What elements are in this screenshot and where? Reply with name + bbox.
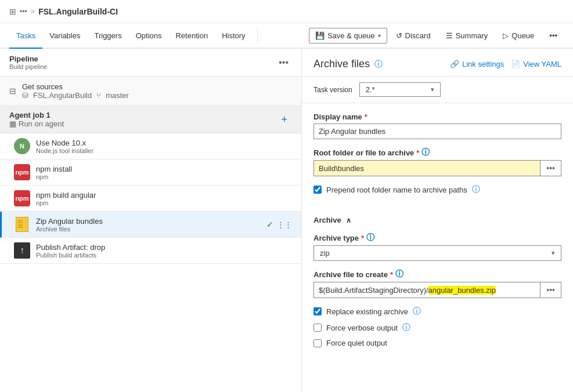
archive-section-header: Archive ∧ — [302, 210, 573, 228]
quiet-checkbox[interactable] — [313, 339, 322, 347]
save-icon: 💾 — [315, 31, 325, 40]
breadcrumb-separator: > — [31, 7, 35, 16]
tab-variables[interactable]: Variables — [42, 23, 87, 49]
archive-files-title: Archive files — [313, 58, 370, 70]
toolbar-divider — [257, 27, 258, 43]
archive-type-select[interactable]: zip ▾ — [313, 245, 561, 261]
tab-retention[interactable]: Retention — [168, 23, 215, 49]
archive-file-prefix: $(Build.ArtifactStagingDirectory)/ — [319, 286, 428, 295]
npm-build-icon: npm — [14, 190, 30, 206]
task-npm-install-content: npm install npm — [36, 165, 292, 180]
summary-icon: ☰ — [446, 31, 453, 40]
zip-stripe — [18, 220, 23, 228]
task-npm-build-subtitle: npm — [36, 199, 292, 206]
task-zip-content: Zip Angular bundles Archive files — [36, 217, 261, 233]
save-queue-label: Save & queue — [327, 31, 375, 40]
verbose-info-icon[interactable]: ⓘ — [402, 322, 410, 333]
task-version-row: Task version 2.* ▾ — [302, 77, 573, 103]
node-icon-text: N — [20, 143, 24, 150]
version-select-arrow: ▾ — [431, 86, 434, 93]
task-item-use-node[interactable]: N Use Node 10.x Node.js tool installer — [0, 133, 301, 159]
get-sources-meta: ⛁ FSL.AngularBuild ⑂ master — [22, 91, 129, 100]
root-folder-required: * — [416, 148, 419, 157]
discard-button[interactable]: ↺ Discard — [390, 28, 437, 43]
task-use-node-title: Use Node 10.x — [36, 139, 292, 147]
agent-job-title: Agent job 1 — [9, 111, 64, 119]
verbose-label: Force verbose output — [326, 324, 398, 332]
add-task-button[interactable]: + — [276, 112, 292, 127]
display-name-input[interactable] — [313, 124, 561, 139]
replace-archive-row: Replace existing archive ⓘ — [313, 306, 561, 317]
archive-file-display[interactable]: $(Build.ArtifactStagingDirectory)/angula… — [313, 282, 540, 298]
task-version-value: 2.* — [366, 85, 375, 94]
prepend-checkbox[interactable] — [313, 186, 322, 194]
upload-icon: ↑ — [14, 242, 30, 259]
right-header: Archive files ⓘ 🔗 Link settings 📄 View Y… — [302, 49, 573, 77]
task-item-npm-install[interactable]: npm npm install npm — [0, 159, 301, 186]
task-item-publish[interactable]: ↑ Publish Artifact: drop Publish build a… — [0, 238, 301, 264]
repo-name: FSL.AngularBuild — [33, 91, 92, 100]
verbose-checkbox[interactable] — [313, 324, 322, 332]
root-folder-group: Root folder or file to archive * ⓘ ••• — [313, 147, 561, 176]
get-sources-content: Get sources ⛁ FSL.AngularBuild ⑂ master — [22, 82, 129, 100]
task-publish-subtitle: Publish build artifacts — [36, 252, 292, 259]
task-npm-build-title: npm build angular — [36, 191, 292, 199]
upload-arrow-icon: ↑ — [20, 246, 24, 255]
task-use-node-content: Use Node 10.x Node.js tool installer — [36, 139, 292, 154]
tab-triggers[interactable]: Triggers — [87, 23, 128, 49]
zip-icon — [14, 216, 30, 233]
archive-chevron-icon[interactable]: ∧ — [346, 216, 351, 224]
archive-file-info-icon[interactable]: ⓘ — [395, 269, 403, 280]
task-item-npm-build[interactable]: npm npm build angular npm — [0, 186, 301, 212]
task-item-zip-bundles[interactable]: Zip Angular bundles Archive files ✓ ⋮⋮ — [0, 212, 301, 238]
archive-file-group: Archive file to create * ⓘ $(Build.Artif… — [313, 269, 561, 298]
form-area: Display name * Root folder or file to ar… — [302, 103, 573, 210]
save-dropdown-arrow[interactable]: ▾ — [378, 32, 381, 39]
task-zip-subtitle: Archive files — [36, 226, 261, 233]
root-folder-input-wrap: ••• — [313, 160, 561, 176]
link-settings-button[interactable]: 🔗 Link settings — [450, 60, 504, 68]
archive-type-info-icon[interactable]: ⓘ — [366, 233, 374, 243]
queue-button[interactable]: ▷ Queue — [496, 28, 540, 43]
archive-file-input-wrap: $(Build.ArtifactStagingDirectory)/angula… — [313, 282, 561, 298]
breadcrumb-dots[interactable]: ••• — [20, 8, 27, 16]
toolbar-actions: 💾 Save & queue ▾ ↺ Discard ☰ Summary ▷ Q… — [309, 28, 564, 43]
quiet-label: Force quiet output — [326, 339, 387, 347]
task-publish-title: Publish Artifact: drop — [36, 243, 292, 252]
archive-type-label: Archive type * ⓘ — [313, 233, 561, 243]
prepend-info-icon[interactable]: ⓘ — [472, 184, 480, 195]
summary-label: Summary — [456, 31, 488, 40]
root-folder-browse-button[interactable]: ••• — [540, 160, 561, 176]
root-folder-input[interactable] — [313, 160, 540, 176]
save-queue-button[interactable]: 💾 Save & queue ▾ — [309, 28, 387, 43]
pipeline-more-button[interactable]: ••• — [275, 56, 292, 69]
archive-info-icon[interactable]: ⓘ — [374, 59, 383, 70]
replace-archive-info-icon[interactable]: ⓘ — [413, 306, 421, 317]
more-actions-button[interactable]: ••• — [543, 28, 564, 43]
npm-build-icon-text: npm — [15, 195, 28, 202]
pipeline-title: Pipeline — [9, 55, 47, 63]
main-layout: Pipeline Build pipeline ••• ⊟ Get source… — [0, 49, 573, 392]
view-yaml-button[interactable]: 📄 View YAML — [511, 60, 561, 68]
archive-file-browse-button[interactable]: ••• — [540, 282, 561, 298]
pipeline-info: Pipeline Build pipeline — [9, 55, 47, 70]
view-yaml-icon: 📄 — [511, 60, 520, 68]
zip-more-button[interactable]: ⋮⋮ — [277, 220, 292, 229]
right-title-row: Archive files ⓘ — [313, 58, 383, 70]
node-icon: N — [14, 138, 30, 154]
agent-sub-text: Run on agent — [19, 119, 64, 128]
summary-button[interactable]: ☰ Summary — [439, 28, 495, 43]
more-dots-icon: ••• — [549, 31, 557, 40]
filter-icon: ⊟ — [9, 86, 16, 96]
task-version-select[interactable]: 2.* ▾ — [359, 82, 441, 97]
tab-tasks[interactable]: Tasks — [9, 23, 42, 49]
replace-archive-checkbox[interactable] — [313, 307, 322, 315]
get-sources-row[interactable]: ⊟ Get sources ⛁ FSL.AngularBuild ⑂ maste… — [0, 77, 301, 106]
left-panel: Pipeline Build pipeline ••• ⊟ Get source… — [0, 49, 302, 392]
discard-icon: ↺ — [396, 31, 402, 40]
root-folder-info-icon[interactable]: ⓘ — [421, 147, 430, 158]
prepend-label: Prepend root folder name to archive path… — [326, 186, 467, 194]
tab-options[interactable]: Options — [129, 23, 169, 49]
zip-check-icon: ✓ — [266, 220, 273, 229]
tab-history[interactable]: History — [215, 23, 252, 49]
